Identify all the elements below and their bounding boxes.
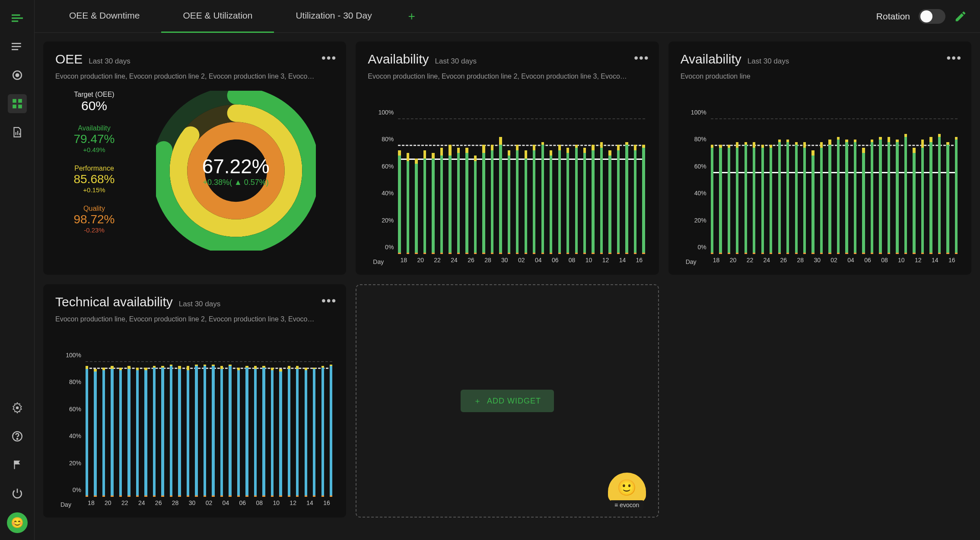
svg-rect-1: [12, 17, 23, 19]
card-availability-single: Availability Last 30 days ••• Evocon pro…: [668, 41, 971, 275]
svg-rect-13: [17, 131, 18, 135]
tab-utilization-30day[interactable]: Utilization - 30 Day: [274, 0, 393, 33]
svg-rect-5: [12, 49, 18, 50]
tab-oee-downtime[interactable]: OEE & Downtime: [48, 0, 161, 33]
card-add-widget: ＋ ADD WIDGET 🙂 ≡ evocon: [356, 284, 659, 518]
plus-icon: ＋: [474, 396, 482, 406]
svg-rect-3: [12, 43, 21, 44]
add-tab-button[interactable]: +: [402, 7, 421, 26]
svg-rect-4: [12, 46, 21, 47]
quality-value: 98.72%: [55, 213, 133, 226]
gear-icon[interactable]: [8, 398, 27, 417]
availability-label: Availability: [55, 124, 133, 132]
rotation-label: Rotation: [876, 11, 910, 22]
chart-availability-single: 0%20%40%60%80%100%1820222426283002040608…: [681, 119, 959, 266]
card-title: Technical availability: [55, 295, 173, 309]
topbar: OEE & Downtime OEE & Utilization Utiliza…: [35, 0, 980, 33]
avatar[interactable]: 😊: [7, 512, 28, 533]
mascot: 🙂 ≡ evocon: [608, 473, 646, 510]
card-menu-icon[interactable]: •••: [321, 51, 337, 65]
card-technical-availability: Technical availability Last 30 days ••• …: [43, 284, 346, 518]
svg-rect-10: [13, 105, 16, 108]
card-title: OEE: [55, 52, 83, 67]
svg-point-15: [16, 407, 19, 410]
svg-rect-12: [15, 132, 16, 135]
card-lines: Evocon production line, Evocon productio…: [368, 73, 646, 80]
quality-label: Quality: [55, 205, 133, 213]
card-range: Last 30 days: [748, 57, 789, 66]
card-title: Availability: [368, 52, 429, 67]
add-widget-button[interactable]: ＋ ADD WIDGET: [461, 390, 554, 412]
power-icon[interactable]: [8, 484, 27, 503]
card-lines: Evocon production line, Evocon productio…: [55, 315, 334, 323]
oee-donut: 67.22% +0.38%( ▲ 0.57%): [137, 91, 334, 251]
tab-oee-utilization[interactable]: OEE & Utilization: [161, 0, 274, 33]
svg-rect-11: [18, 105, 22, 108]
svg-rect-9: [18, 99, 22, 103]
target-label: Target (OEE): [55, 91, 133, 98]
list-icon[interactable]: [8, 37, 27, 56]
card-menu-icon[interactable]: •••: [634, 51, 649, 65]
svg-rect-0: [12, 14, 20, 16]
card-title: Availability: [681, 52, 741, 67]
availability-delta: +0.49%: [55, 146, 133, 153]
dashboard-icon[interactable]: [8, 94, 27, 113]
card-range: Last 30 days: [179, 300, 220, 308]
card-range: Last 30 days: [435, 57, 477, 66]
menu-icon[interactable]: [8, 9, 27, 28]
card-lines: Evocon production line: [681, 73, 959, 80]
target-icon[interactable]: [8, 66, 27, 85]
chart-technical-availability: 0%20%40%60%80%100%1820222426283002040608…: [55, 362, 334, 509]
performance-delta: +0.15%: [55, 186, 133, 194]
svg-rect-14: [19, 133, 20, 135]
dashboard-grid: OEE Last 30 days ••• Evocon production l…: [35, 33, 980, 540]
add-widget-label: ADD WIDGET: [487, 397, 541, 406]
svg-rect-8: [13, 99, 16, 103]
report-icon[interactable]: [8, 123, 27, 142]
performance-label: Performance: [55, 165, 133, 172]
sidebar: 😊: [0, 0, 35, 540]
card-menu-icon[interactable]: •••: [947, 51, 962, 65]
flag-icon[interactable]: [8, 455, 27, 474]
edit-icon[interactable]: [954, 10, 967, 23]
card-availability-all: Availability Last 30 days ••• Evocon pro…: [356, 41, 659, 275]
performance-value: 85.68%: [55, 172, 133, 186]
rotation-toggle[interactable]: [919, 9, 945, 24]
card-menu-icon[interactable]: •••: [321, 294, 337, 308]
help-icon[interactable]: [8, 427, 27, 446]
card-range: Last 30 days: [89, 57, 130, 66]
chart-availability-all: 0%20%40%60%80%100%1820222426283002040608…: [368, 119, 646, 266]
svg-point-7: [16, 74, 19, 77]
oee-main-value: 67.22%: [202, 155, 270, 178]
target-value: 60%: [55, 98, 133, 113]
card-lines: Evocon production line, Evocon productio…: [55, 73, 334, 80]
oee-main-delta: +0.38%( ▲ 0.57%): [202, 178, 270, 187]
quality-delta: -0.23%: [55, 226, 133, 234]
card-oee: OEE Last 30 days ••• Evocon production l…: [43, 41, 346, 275]
mascot-label: ≡ evocon: [610, 500, 643, 510]
availability-value: 79.47%: [55, 132, 133, 146]
svg-rect-18: [14, 461, 15, 469]
svg-rect-2: [12, 20, 18, 22]
svg-point-17: [16, 438, 17, 439]
